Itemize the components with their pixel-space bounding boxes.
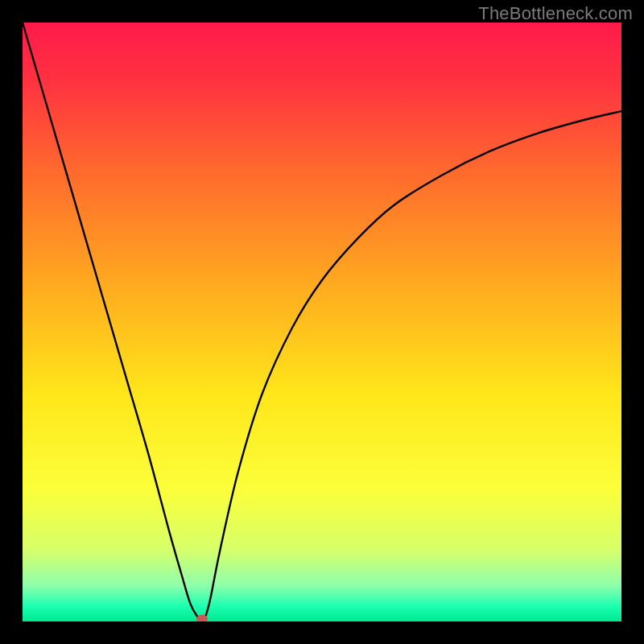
watermark-text: TheBottleneck.com xyxy=(478,3,633,24)
optimal-point-marker xyxy=(196,615,208,621)
plot-area xyxy=(23,23,621,621)
bottleneck-curve xyxy=(23,23,621,621)
chart-frame: TheBottleneck.com xyxy=(0,0,644,644)
